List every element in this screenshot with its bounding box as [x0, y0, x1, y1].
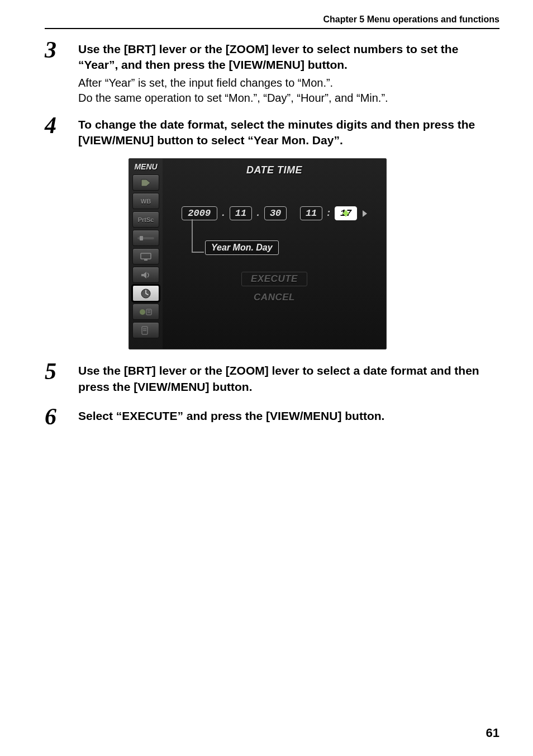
tree-connector-line: [192, 219, 204, 253]
step-3: 3 Use the [BRT] lever or the [ZOOM] leve…: [45, 38, 499, 106]
menu-sidebar: MENU WB PrtSc: [129, 159, 163, 349]
execute-button[interactable]: EXECUTE: [241, 272, 307, 286]
time-separator: :: [326, 208, 331, 219]
step-number: 6: [45, 405, 78, 428]
step-number: 3: [45, 38, 78, 62]
menu-title: DATE TIME: [246, 164, 302, 176]
svg-rect-1: [140, 236, 143, 240]
sidebar-monitor-icon[interactable]: [132, 248, 159, 264]
step-body: To change the date format, select the mi…: [78, 114, 499, 151]
step-title: Select “EXECUTE” and press the [VIEW/MEN…: [78, 408, 499, 424]
date-minute-field[interactable]: 17: [335, 206, 357, 220]
step-4: 4 To change the date format, select the …: [45, 114, 499, 151]
step-body: Select “EXECUTE” and press the [VIEW/MEN…: [78, 405, 499, 426]
step-5: 5 Use the [BRT] lever or the [ZOOM] leve…: [45, 360, 499, 397]
step-number: 4: [45, 114, 78, 137]
sidebar-doc-gear-icon[interactable]: [132, 322, 159, 338]
sidebar-clock-icon[interactable]: [132, 285, 159, 301]
menu-screen: MENU WB PrtSc: [129, 158, 387, 349]
step-body: Use the [BRT] lever or the [ZOOM] lever …: [78, 38, 499, 106]
date-format-label: Year Mon. Day: [205, 240, 279, 255]
arrow-right-icon: [363, 210, 367, 217]
step-title: To change the date format, select the mi…: [78, 117, 499, 149]
arrow-up-icon: [342, 199, 349, 210]
sidebar-slider-icon[interactable]: [132, 230, 159, 246]
date-year-field[interactable]: 2009: [182, 206, 217, 220]
svg-point-5: [140, 309, 145, 315]
menu-sidebar-label: MENU: [134, 162, 157, 171]
step-title: Use the [BRT] lever or the [ZOOM] lever …: [78, 41, 499, 73]
page: Chapter 5 Menu operations and functions …: [0, 0, 533, 756]
svg-rect-3: [144, 259, 147, 261]
date-row: 2009 . 11 . 30 11 : 17: [182, 206, 368, 220]
date-month-field[interactable]: 11: [230, 206, 252, 220]
menu-screenshot: MENU WB PrtSc: [129, 158, 499, 349]
chapter-header: Chapter 5 Menu operations and functions: [45, 15, 499, 29]
step-6: 6 Select “EXECUTE” and press the [VIEW/M…: [45, 405, 499, 428]
sidebar-prtsc-icon[interactable]: PrtSc: [132, 211, 159, 228]
svg-rect-2: [141, 253, 151, 259]
date-separator: .: [255, 208, 261, 219]
date-hour-field[interactable]: 11: [300, 206, 322, 220]
menu-main: DATE TIME 2009 . 11 . 30 11 : 17: [163, 159, 386, 349]
date-separator: .: [221, 208, 226, 219]
cancel-button[interactable]: CANCEL: [254, 292, 295, 303]
sidebar-wb-icon[interactable]: WB: [132, 193, 159, 209]
arrow-down-icon: [342, 217, 349, 228]
step-title: Use the [BRT] lever or the [ZOOM] lever …: [78, 363, 499, 395]
svg-rect-6: [146, 309, 151, 315]
date-day-field[interactable]: 30: [264, 206, 287, 220]
step-desc-line: Do the same operation to set “Mon.”, “Da…: [78, 91, 499, 106]
step-desc-line: After “Year” is set, the input field cha…: [78, 75, 499, 91]
sidebar-globe-doc-icon[interactable]: [132, 304, 159, 320]
sidebar-speaker-icon[interactable]: [132, 267, 159, 283]
page-number: 61: [486, 726, 499, 740]
step-number: 5: [45, 360, 78, 383]
sidebar-tag-icon[interactable]: [132, 174, 159, 191]
step-body: Use the [BRT] lever or the [ZOOM] lever …: [78, 360, 499, 397]
date-format-row[interactable]: Year Mon. Day: [205, 240, 279, 255]
